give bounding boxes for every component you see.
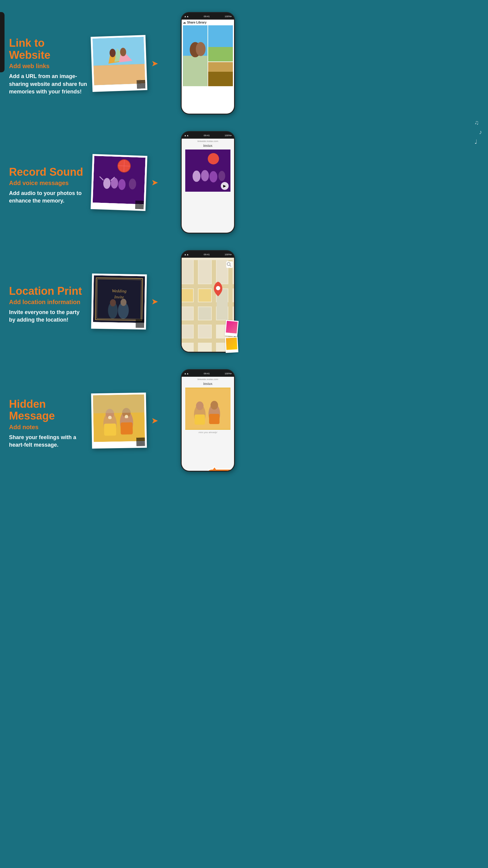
svg-rect-43: [182, 284, 234, 288]
section4-body: Share your feelings with a heart-felt me…: [9, 434, 87, 449]
arrow-4: ➤: [151, 415, 158, 426]
svg-rect-48: [212, 260, 216, 352]
photo-couple-eating: [93, 394, 145, 442]
phone3-signal: ▲▲: [184, 253, 189, 256]
phone4-app-name: instax: [203, 381, 213, 386]
section2-body: Add audio to your photos to enhance the …: [9, 190, 87, 205]
photo-party: [93, 156, 145, 204]
section-link-to-website: Link to Website Add web links Add a URL …: [9, 12, 235, 115]
phone4-time: 09:41: [204, 372, 210, 375]
qr-code-2: [135, 200, 144, 209]
phone4-note-text: miss you already!: [198, 431, 217, 434]
section4-polaroid-container: ➤: [87, 393, 151, 448]
section2-title: Record Sound: [9, 166, 87, 178]
section4-subtitle: Add notes: [9, 424, 87, 431]
phone3-time: 09:41: [204, 253, 210, 256]
phone1-battery: 100%▪: [225, 15, 232, 18]
svg-rect-61: [198, 289, 211, 302]
phone3-battery: 100%▪: [225, 253, 232, 256]
svg-rect-15: [208, 72, 233, 86]
svg-point-65: [216, 286, 220, 290]
photo-br-grid: [208, 62, 233, 86]
phone2-url: linkwide.instax.com: [198, 140, 218, 143]
phone2-time: 09:41: [204, 134, 210, 137]
section3-phone-container: ▲▲ 09:41 100%▪: [151, 250, 235, 352]
section1-title: Link to Website: [9, 37, 87, 61]
phone-4: ▲▲ 09:41 100%▪ linkwide.instax.com insta…: [181, 369, 235, 472]
play-button[interactable]: ▶: [221, 182, 229, 190]
svg-rect-57: [198, 307, 211, 320]
svg-text:Invite: Invite: [114, 294, 124, 299]
phone1-signal: ▲▲: [184, 15, 189, 18]
svg-rect-78: [93, 394, 144, 413]
svg-rect-13: [208, 47, 233, 61]
svg-point-30: [201, 170, 209, 181]
polaroid-4: [91, 393, 147, 448]
section1-phone-container: ▲▲ 09:41 100%▪ ☁ Share Library: [151, 12, 235, 115]
section-location-print: Location Print Add location information …: [9, 250, 235, 352]
section3-polaroid-container: Wedding Invite ➤: [87, 274, 151, 329]
speech-bubble-tail-inner: [213, 467, 216, 470]
phone2-app-name: instax: [203, 143, 213, 148]
qr-code-3: [135, 319, 144, 327]
section2-polaroid-container: ➤: [87, 155, 151, 210]
photo-tr-grid: [208, 25, 233, 61]
section2-phone-container: ▲▲ 09:41 100%▪ linkwide.instax.com insta…: [151, 131, 235, 234]
phone4-url: linkwide.instax.com: [198, 378, 218, 381]
svg-text:Wedding: Wedding: [112, 288, 127, 293]
instax-stack: [225, 320, 238, 352]
phone2-signal: ▲▲: [184, 134, 189, 137]
phone1-statusbar: ▲▲ 09:41 100%▪: [182, 13, 234, 20]
section1-text: Link to Website Add web links Add a URL …: [9, 31, 87, 96]
section4-text: Hidden Message Add notes Share your feel…: [9, 392, 87, 449]
phone3-statusbar: ▲▲ 09:41 100%▪: [182, 251, 234, 258]
section3-subtitle: Add location information: [9, 299, 87, 306]
svg-point-82: [196, 401, 204, 410]
phone-2: ▲▲ 09:41 100%▪ linkwide.instax.com insta…: [181, 131, 235, 234]
section-record-sound: Record Sound Add voice messages Add audi…: [9, 131, 235, 234]
polaroid-3: Wedding Invite: [91, 273, 147, 330]
phone1-header: ☁ Share Library: [183, 21, 233, 24]
svg-rect-70: [104, 424, 116, 436]
arrow-1: ➤: [151, 59, 158, 68]
qr-code-4: [136, 437, 145, 446]
phone1-photo-grid: [183, 25, 233, 115]
section3-body: Invite everyone to the party by adding t…: [9, 309, 87, 324]
phone2-statusbar: ▲▲ 09:41 100%▪: [182, 132, 234, 138]
svg-rect-47: [194, 260, 198, 352]
phone4-photo: [185, 388, 230, 430]
phone4-battery: 100%▪: [225, 372, 232, 375]
phone2-battery: 100%▪: [225, 134, 232, 137]
cloud-icon: ☁: [183, 21, 186, 24]
section3-title: Location Print: [9, 285, 87, 297]
phone1-time: 09:41: [204, 15, 210, 18]
svg-point-29: [193, 170, 201, 182]
svg-rect-58: [182, 325, 193, 338]
section1-polaroid-container: ➤: [87, 36, 151, 91]
svg-rect-83: [195, 414, 205, 425]
speech-bubble: Miss you already!: [205, 469, 235, 472]
svg-rect-80: [185, 389, 230, 429]
photo-main-grid: [183, 25, 207, 86]
svg-point-11: [196, 42, 205, 56]
instax-card-pink: [225, 320, 238, 336]
decorative-phone-left: [0, 12, 4, 72]
phone1-screen: ☁ Share Library: [182, 20, 234, 115]
instax-card-yellow: [225, 337, 238, 353]
section1-subtitle: Add web links: [9, 63, 87, 70]
photo-wedding: Wedding Invite: [93, 275, 145, 323]
arrow-3: ➤: [151, 297, 158, 307]
page: Link to Website Add web links Add a URL …: [0, 0, 244, 490]
phone4-signal: ▲▲: [184, 372, 189, 375]
svg-rect-86: [209, 414, 220, 424]
section4-phone-container: ▲▲ 09:41 100%▪ linkwide.instax.com insta…: [151, 369, 235, 472]
qr-code-1: [137, 80, 145, 88]
svg-rect-60: [182, 289, 193, 302]
polaroid-2: [91, 154, 147, 211]
svg-rect-50: [182, 260, 193, 284]
svg-rect-52: [217, 260, 228, 284]
svg-rect-55: [182, 307, 193, 320]
phone1-header-text: Share Library: [187, 21, 206, 24]
section-hidden-message: Hidden Message Add notes Share your feel…: [9, 369, 235, 472]
photo-surfer: [93, 37, 145, 85]
